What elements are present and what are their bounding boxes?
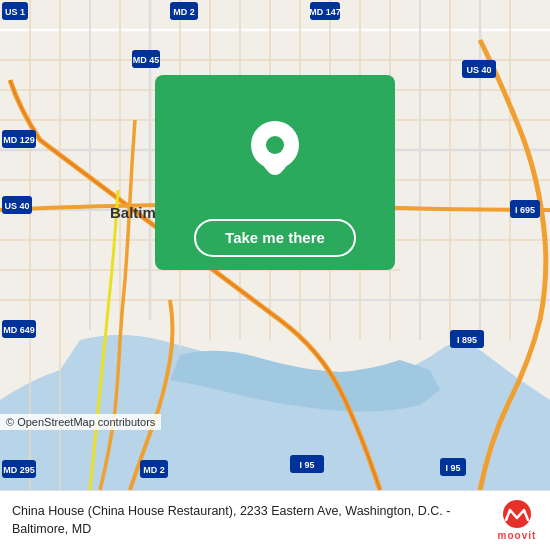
svg-text:MD 2: MD 2 — [173, 7, 195, 17]
map-container: I 95 I 695 US 40 MD 147 MD 45 MD 2 US 1 … — [0, 0, 550, 490]
svg-text:MD 147: MD 147 — [309, 7, 341, 17]
svg-text:MD 45: MD 45 — [133, 55, 160, 65]
osm-credit: © OpenStreetMap contributors — [0, 414, 161, 430]
svg-text:I 95: I 95 — [445, 463, 460, 473]
moovit-brand-text: moovit — [498, 530, 537, 541]
bottom-bar: China House (China House Restaurant), 22… — [0, 490, 550, 550]
svg-text:MD 129: MD 129 — [3, 135, 35, 145]
svg-text:US 40: US 40 — [466, 65, 491, 75]
svg-point-60 — [266, 136, 284, 154]
svg-text:I 695: I 695 — [515, 205, 535, 215]
svg-text:Take me there: Take me there — [225, 229, 325, 246]
svg-text:US 40: US 40 — [4, 201, 29, 211]
svg-text:I 895: I 895 — [457, 335, 477, 345]
svg-text:MD 2: MD 2 — [143, 465, 165, 475]
location-description: China House (China House Restaurant), 22… — [12, 503, 486, 538]
svg-text:US 1: US 1 — [5, 7, 25, 17]
svg-text:MD 649: MD 649 — [3, 325, 35, 335]
svg-text:MD 295: MD 295 — [3, 465, 35, 475]
osm-credit-text: © OpenStreetMap contributors — [6, 416, 155, 428]
moovit-logo-icon — [496, 500, 538, 528]
svg-text:I 95: I 95 — [299, 460, 314, 470]
moovit-logo-container: moovit — [496, 500, 538, 541]
